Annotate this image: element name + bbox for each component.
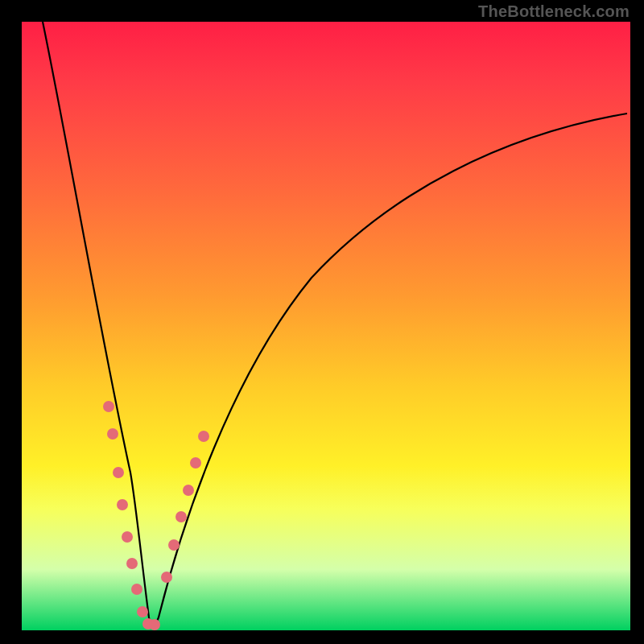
svg-point-10 [162, 572, 171, 582]
curve-markers [104, 402, 208, 630]
svg-point-11 [169, 540, 179, 550]
svg-point-2 [114, 468, 123, 477]
svg-point-7 [138, 607, 147, 617]
svg-point-9 [150, 620, 159, 630]
svg-point-13 [184, 485, 193, 495]
svg-point-4 [122, 532, 132, 542]
watermark-text: TheBottleneck.com [478, 3, 630, 19]
svg-point-0 [104, 402, 114, 411]
svg-point-12 [176, 512, 186, 522]
chart-curves [22, 22, 630, 630]
svg-point-15 [199, 431, 208, 441]
svg-point-3 [118, 500, 127, 510]
svg-point-14 [191, 458, 200, 468]
svg-point-5 [127, 559, 137, 568]
chart-frame: TheBottleneck.com [0, 0, 644, 644]
svg-point-6 [132, 584, 142, 594]
svg-point-1 [108, 429, 118, 439]
